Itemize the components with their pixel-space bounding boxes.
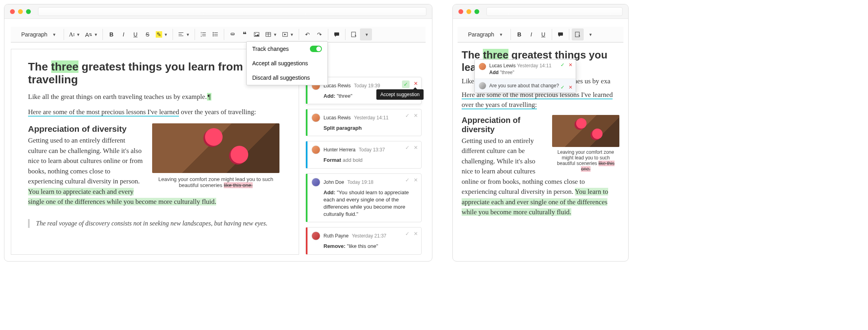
figure: Leaving your comfort zone might lead you… [152, 123, 279, 188]
bulleted-list-button[interactable] [209, 28, 221, 40]
reject-suggestion-button[interactable]: ✕ [569, 62, 573, 68]
menu-item-label: Accept all suggestions [252, 60, 308, 66]
paragraph-style-label: Paragraph [468, 31, 494, 38]
blockquote: The real voyage of discovery consists no… [28, 219, 279, 228]
blockquote-button[interactable]: ❝ [239, 28, 251, 40]
highlight-button[interactable]: ✎▼ [153, 28, 170, 40]
svg-rect-8 [575, 32, 579, 37]
reject-suggestion-button[interactable]: ✕ [414, 113, 418, 119]
suggestion-card[interactable]: Lucas Rewis Yesterday 14:11 ✓✕ Split par… [305, 109, 422, 136]
link-button[interactable] [227, 28, 239, 40]
address-bar[interactable] [38, 7, 426, 16]
avatar [311, 145, 320, 154]
accept-suggestion-button[interactable]: ✓ [405, 145, 410, 151]
table-button[interactable]: ▼ [263, 28, 279, 40]
track-changes-button[interactable] [348, 28, 360, 40]
strikethrough-button[interactable]: S [141, 28, 153, 40]
redo-button[interactable]: ↷ [313, 28, 326, 40]
umbrella-icon [576, 118, 587, 129]
discard-all-item[interactable]: Discard all suggestions [247, 70, 328, 85]
reject-comment-button[interactable]: ✕ [569, 85, 573, 90]
track-changes-button[interactable] [572, 28, 584, 40]
insertion-highlight: You learn to appreciate each and every s… [28, 188, 216, 206]
image-placeholder[interactable] [552, 115, 619, 147]
track-changes-menu: Track changes Accept all suggestions Dis… [246, 41, 328, 85]
underline-button[interactable]: U [129, 28, 141, 40]
editor-toolbar: Paragraph ▼ AI▼ A⇅▼ B I U S ✎▼ ▼ ❝ ▼ ▼ ↶… [11, 27, 426, 42]
umbrella-icon [205, 128, 223, 146]
window-titlebar [4, 4, 432, 19]
numbered-list-button[interactable] [197, 28, 209, 40]
font-family-button[interactable]: AI▼ [66, 28, 82, 40]
document-page[interactable]: The three greatest things you learn from… [453, 42, 628, 227]
svg-point-0 [213, 32, 213, 33]
media-button[interactable]: ▼ [279, 28, 296, 40]
editor-window-small: Paragraph ▼ B I U ▼ The three greatest t… [452, 4, 629, 262]
bold-highlight: Here are some of the most precious lesso… [28, 108, 179, 117]
accept-suggestion-button[interactable]: ✓ [405, 177, 410, 183]
suggestion-popover: Lucas Lewis Yesterday 14:11 Add "three" … [474, 59, 576, 93]
italic-button[interactable]: I [117, 28, 129, 40]
bold-button[interactable]: B [513, 28, 525, 40]
formatted-paragraph: Here are some of the most precious lesso… [28, 107, 279, 117]
reject-suggestion-button[interactable]: ✕ [414, 177, 418, 183]
avatar [311, 113, 320, 122]
undo-button[interactable]: ↶ [301, 28, 313, 40]
italic-button[interactable]: I [525, 28, 537, 40]
editor-body: The three greatest things you learn from… [4, 42, 432, 261]
figure-caption: Leaving your comfort zone might lead you… [152, 176, 279, 188]
svg-point-4 [255, 33, 256, 34]
close-window-icon[interactable] [10, 9, 15, 14]
suggestion-card[interactable]: Ruth Payne Yesterday 21:37 ✓✕ Remove: "l… [305, 227, 422, 254]
underline-button[interactable]: U [537, 28, 549, 40]
svg-point-1 [213, 34, 213, 34]
umbrella-icon [592, 129, 603, 139]
accept-suggestion-button[interactable]: ✓ [402, 80, 410, 88]
image-button[interactable] [251, 28, 263, 40]
popover-suggestion-row[interactable]: Lucas Lewis Yesterday 14:11 Add "three" … [475, 60, 576, 78]
align-button[interactable]: ▼ [175, 28, 192, 40]
suggestion-label: Add [489, 70, 498, 75]
paragraph-style-select[interactable]: Paragraph ▼ [17, 28, 61, 40]
svg-point-2 [213, 35, 213, 36]
suggestion-card[interactable]: Hunter Herrera Today 13:37 ✓✕ Format add… [305, 141, 422, 168]
comment-button[interactable] [331, 28, 343, 40]
minimize-window-icon[interactable] [466, 9, 471, 14]
comment-button[interactable] [555, 28, 567, 40]
author-name: Lucas Lewis [489, 63, 516, 68]
timestamp: Today 19:39 [354, 83, 380, 89]
maximize-window-icon[interactable] [26, 9, 31, 14]
page-title: The three greatest things you learn from… [28, 60, 279, 86]
track-changes-dropdown-button[interactable]: ▼ [360, 28, 372, 40]
lede-paragraph: Like all the great things on earth trave… [28, 92, 279, 102]
insertion-highlight: three [51, 60, 78, 73]
accept-suggestion-button[interactable]: ✓ [405, 231, 410, 237]
track-changes-dropdown-button[interactable]: ▼ [584, 28, 596, 40]
accept-comment-button[interactable]: ✓ [561, 85, 565, 90]
accept-suggestion-button[interactable]: ✓ [561, 62, 565, 68]
font-size-button[interactable]: A⇅▼ [82, 28, 100, 40]
toggle-switch-on-icon[interactable] [310, 46, 322, 52]
figure: Leaving your comfort zone might lead you… [552, 115, 619, 172]
editor-toolbar: Paragraph ▼ B I U ▼ [458, 27, 623, 42]
close-window-icon[interactable] [458, 9, 463, 14]
track-changes-toggle-item[interactable]: Track changes [247, 42, 328, 56]
reject-suggestion-button[interactable]: ✕ [414, 231, 418, 237]
suggestion-text: "three" [500, 70, 514, 75]
accept-all-item[interactable]: Accept all suggestions [247, 56, 328, 70]
bold-button[interactable]: B [105, 28, 117, 40]
timestamp: Yesterday 14:11 [517, 63, 551, 68]
tooltip: Accept suggestion [376, 89, 424, 100]
menu-item-label: Track changes [252, 46, 289, 52]
reject-suggestion-button[interactable]: ✕ [414, 145, 418, 151]
image-placeholder[interactable] [152, 123, 279, 173]
menu-item-label: Discard all suggestions [252, 74, 310, 81]
paragraph-style-select[interactable]: Paragraph ▼ [464, 28, 508, 40]
suggestion-card[interactable]: John Doe Today 19:18 ✓✕ Add: "You should… [305, 173, 422, 223]
popover-comment-row[interactable]: Are you sure about that change? ✓ ✕ [475, 78, 576, 93]
suggestion-text: "three" [337, 93, 352, 99]
maximize-window-icon[interactable] [474, 9, 479, 14]
address-bar[interactable] [486, 7, 623, 16]
accept-suggestion-button[interactable]: ✓ [405, 113, 410, 119]
minimize-window-icon[interactable] [18, 9, 23, 14]
